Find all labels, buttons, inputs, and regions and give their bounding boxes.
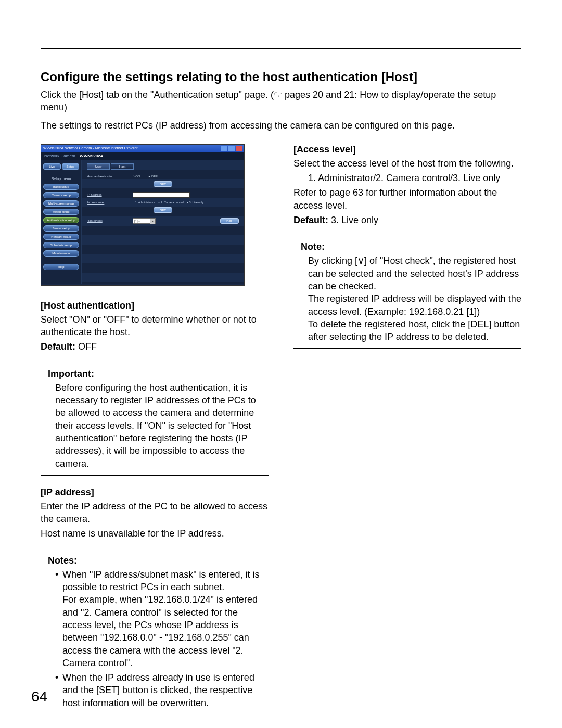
ip-input[interactable] — [133, 192, 190, 198]
sidebar-item-schedule[interactable]: Schedule setup — [43, 242, 79, 248]
tab-live[interactable]: Live — [43, 163, 61, 170]
access-body-2: 1. Administrator/2. Camera control/3. Li… — [308, 172, 521, 184]
access-body-3: Refer to page 63 for further information… — [293, 186, 521, 212]
subtab-host[interactable]: Host — [111, 163, 134, 170]
notes-title: Notes: — [48, 555, 269, 566]
default-value: OFF — [75, 341, 97, 352]
app-screenshot: WV-NS202A Network Camera - Microsoft Int… — [41, 144, 245, 286]
page-number: 64 — [31, 688, 47, 705]
radio-off[interactable]: OFF — [148, 175, 157, 178]
close-icon[interactable] — [236, 146, 242, 151]
maximize-icon[interactable] — [228, 146, 235, 151]
window-titlebar: WV-NS202A Network Camera - Microsoft Int… — [41, 145, 244, 152]
default-label: Default: — [41, 341, 75, 352]
model-label: WV-NS202A — [80, 154, 103, 158]
important-title: Important: — [48, 368, 269, 379]
set-button-1[interactable]: SET — [154, 181, 172, 187]
sidebar-item-maintenance[interactable]: Maintenance — [43, 250, 79, 257]
sidebar-item-alarm[interactable]: Alarm setup — [43, 209, 79, 215]
sidebar-item-server[interactable]: Server setup — [43, 225, 79, 232]
notes-item-2: When the IP address already in use is en… — [55, 671, 269, 709]
host-auth-radio[interactable]: ON OFF — [133, 175, 158, 178]
left-column: WV-NS202A Network Camera - Microsoft Int… — [41, 144, 269, 728]
right-note-box: Note: By clicking [∨] of "Host check", t… — [293, 236, 521, 349]
sidebar-item-camera[interactable]: Camera setup — [43, 192, 79, 198]
access-heading: [Access level] — [293, 144, 521, 155]
access-default-label: Default: — [293, 215, 328, 225]
sidebar-item-help[interactable]: Help — [43, 264, 79, 270]
host-auth-heading: [Host authentication] — [41, 300, 269, 311]
brand-label: Network Camera — [44, 154, 75, 158]
ip-body-2: Host name is unavailable for the IP addr… — [41, 527, 269, 540]
access-opt-2[interactable]: ○ 2. Camera control — [158, 201, 184, 204]
access-opt-1[interactable]: ○ 1. Administrator — [133, 201, 155, 204]
right-note-body-2: The registered IP address will be displa… — [308, 292, 521, 318]
right-note-title: Note: — [301, 241, 521, 252]
sidebar-item-authentication[interactable]: Authentication setup — [43, 217, 79, 223]
subtab-user[interactable]: User — [87, 163, 110, 170]
access-opt-3[interactable]: ● 3. Live only — [187, 201, 204, 204]
field-access-label: Access level — [87, 201, 129, 204]
access-default: Default: 3. Live only — [293, 214, 521, 226]
del-button[interactable]: DEL — [220, 218, 239, 224]
field-hostcheck-label: Host check — [87, 219, 129, 222]
hostcheck-select[interactable]: [1] ▾ — [133, 218, 156, 224]
sidebar-item-network[interactable]: Network setup — [43, 234, 79, 240]
app-header: Network Camera WV-NS202A — [41, 152, 244, 160]
important-box: Important: Before configuring the host a… — [41, 363, 269, 476]
field-ip-label: IP address — [87, 193, 129, 196]
right-column: [Access level] Select the access level o… — [293, 144, 521, 728]
window-title: WV-NS202A Network Camera - Microsoft Int… — [43, 146, 138, 150]
access-body-1: Select the access level of the host from… — [293, 157, 521, 170]
main-panel: User Host Host authentication ON OFF SET… — [82, 160, 244, 284]
notes-item-1: When "IP address/subnet mask" is entered… — [55, 568, 269, 669]
host-auth-body: Select "ON" or "OFF" to determine whethe… — [41, 313, 269, 339]
access-level-options[interactable]: ○ 1. Administrator ○ 2. Camera control ●… — [133, 201, 203, 204]
ip-heading: [IP address] — [41, 487, 269, 498]
important-body: Before configuring the host authenticati… — [55, 381, 269, 470]
tab-setup[interactable]: Setup — [62, 163, 80, 170]
setup-menu-title: Setup menu — [43, 177, 79, 181]
top-rule — [41, 48, 521, 49]
host-auth-default: Default: OFF — [41, 340, 269, 353]
set-button-2[interactable]: SET — [154, 207, 172, 213]
notes-box: Notes: When "IP address/subnet mask" is … — [41, 550, 269, 717]
sidebar-item-multiscreen[interactable]: Multi-screen setup — [43, 200, 79, 207]
minimize-icon[interactable] — [221, 146, 227, 151]
field-host-auth-label: Host authentication — [87, 175, 129, 178]
sidebar: Live Setup Setup menu Basic setup Camera… — [41, 160, 82, 284]
intro-line-1: Click the [Host] tab on the "Authenticat… — [41, 88, 521, 114]
ip-body-1: Enter the IP address of the PC to be all… — [41, 500, 269, 526]
right-note-body-3: To delete the registered host, click the… — [308, 318, 521, 343]
access-default-value: 3. Live only — [328, 215, 378, 225]
intro-line-2: The settings to restrict PCs (IP address… — [41, 119, 521, 132]
radio-on[interactable]: ON — [133, 175, 140, 178]
sidebar-item-basic[interactable]: Basic setup — [43, 184, 79, 190]
window-buttons — [221, 146, 242, 151]
page-title: Configure the settings relating to the h… — [41, 70, 521, 84]
right-note-body-1: By clicking [∨] of "Host check", the reg… — [308, 254, 521, 292]
